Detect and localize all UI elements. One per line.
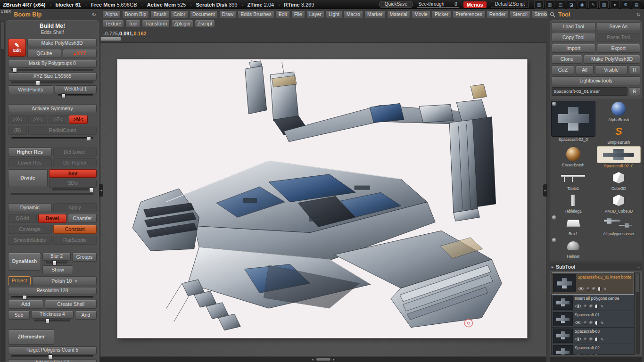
visibility-eye-icon[interactable] bbox=[575, 320, 582, 326]
menu-zplugin[interactable]: Zplugin bbox=[171, 20, 193, 28]
project-button[interactable]: Project bbox=[8, 276, 31, 285]
menus-toggle-button[interactable]: Menus bbox=[463, 1, 487, 8]
tool-item-spacecraft-02-0[interactable]: Spacecraft-02_0 bbox=[552, 101, 595, 145]
menu-transform[interactable]: Transform bbox=[142, 20, 170, 28]
menu-stencil[interactable]: Stencil bbox=[510, 10, 530, 18]
default-zscript-button[interactable]: DefaultZScript bbox=[491, 1, 529, 8]
radial-count-button[interactable]: RadialCount bbox=[28, 126, 97, 135]
radial-r-button[interactable]: (R) bbox=[8, 126, 27, 135]
menu-layer[interactable]: Layer bbox=[306, 10, 324, 18]
shaded-sphere-icon[interactable] bbox=[589, 304, 593, 308]
shaded-sphere-icon[interactable] bbox=[586, 287, 590, 291]
tool-item-tableleg1[interactable]: Tableleg1 bbox=[552, 192, 595, 214]
constant-button[interactable]: Constant bbox=[53, 225, 97, 234]
menu-draw[interactable]: Draw bbox=[219, 10, 237, 18]
subtool-row-insert-all-polygons-centre[interactable]: Insert all polygons centre✎ bbox=[552, 295, 634, 311]
sub-button[interactable]: Sub bbox=[8, 311, 30, 320]
mask-by-polygroups-slider[interactable]: Mask By Polygroups 0 bbox=[8, 60, 97, 71]
half-sphere-icon[interactable] bbox=[595, 337, 599, 341]
tool-item-helmet[interactable]: Helmet bbox=[552, 238, 595, 259]
xyz-size-slider[interactable]: XYZ Size 1.59565 bbox=[8, 73, 97, 83]
shaded-sphere-icon[interactable] bbox=[584, 354, 587, 355]
document[interactable] bbox=[117, 59, 527, 338]
gear-icon[interactable]: ⚙ bbox=[621, 0, 630, 8]
qcube-button[interactable]: QCube bbox=[27, 49, 61, 58]
menu-preferences[interactable]: Preferences bbox=[453, 10, 485, 18]
menu-marker[interactable]: Marker bbox=[364, 10, 386, 18]
menu-macro[interactable]: Macro bbox=[344, 10, 363, 18]
and-button[interactable]: And bbox=[75, 311, 97, 320]
refresh-icon[interactable]: ↻ bbox=[92, 12, 96, 18]
paste-tool-button[interactable]: Paste Tool bbox=[597, 33, 641, 42]
tool-item-all-polygons-inser[interactable]: All polygons inser bbox=[597, 215, 641, 236]
subtool-row-spacecraft-03[interactable]: Spacecraft-03✎ bbox=[552, 328, 634, 344]
tool-item-box1[interactable]: Box1 bbox=[552, 215, 595, 236]
see-through-slider[interactable]: See-through 0 bbox=[417, 1, 459, 8]
goz-all-button[interactable]: All bbox=[576, 66, 594, 74]
dynamic-button[interactable]: Dynamic bbox=[8, 203, 52, 212]
canvas-zoom-slider[interactable] bbox=[100, 37, 121, 41]
pen-tablet-icon[interactable]: ✎ bbox=[588, 0, 598, 8]
polypaint-brush-icon[interactable]: ✎ bbox=[601, 354, 604, 355]
left-tray-collapse-handle[interactable]: ◂ bbox=[99, 184, 103, 197]
menu-edds-brushes[interactable]: Edds Brushes bbox=[238, 10, 274, 18]
polypaint-brush-icon[interactable]: ✎ bbox=[601, 304, 604, 309]
goz-visible-button[interactable]: Visible bbox=[595, 66, 627, 74]
smt-button[interactable]: Smt bbox=[49, 169, 97, 178]
half-sphere-icon[interactable] bbox=[595, 354, 599, 355]
menu-alpha[interactable]: Alpha bbox=[102, 10, 121, 18]
tool-item-eraserbrush[interactable]: EraserBrush bbox=[552, 146, 595, 168]
menu-brush[interactable]: Brush bbox=[150, 10, 169, 18]
del-higher-button[interactable]: Del Higher bbox=[53, 158, 97, 167]
sdiv-slider[interactable]: SDiv bbox=[49, 180, 97, 190]
sdiv-track[interactable] bbox=[11, 193, 93, 195]
welddist-slider[interactable]: WeldDist 1 bbox=[55, 85, 97, 96]
blur-slider[interactable]: Blur 2 bbox=[42, 253, 71, 263]
polish-slider[interactable]: Polish 10 ○ bbox=[32, 276, 97, 285]
higher-res-button[interactable]: Higher Res bbox=[8, 148, 52, 156]
half-sphere-icon[interactable] bbox=[595, 321, 599, 325]
menu-render[interactable]: Render bbox=[487, 10, 508, 18]
sliders-b-icon[interactable]: ▥ bbox=[545, 0, 554, 8]
smooth-subdiv-button[interactable]: SmoothSubdiv bbox=[8, 236, 52, 245]
coverage-button[interactable]: Coverage bbox=[8, 225, 52, 234]
qxyz-button[interactable]: ◆XYZ bbox=[63, 49, 97, 58]
left-scrollbar[interactable] bbox=[0, 21, 5, 362]
menu-light[interactable]: Light bbox=[326, 10, 342, 18]
chamfer-button[interactable]: Chamfer bbox=[68, 214, 97, 223]
menu-movie[interactable]: Movie bbox=[412, 10, 430, 18]
apply-button[interactable]: Apply bbox=[53, 203, 97, 212]
scroll-left-arrow-icon[interactable]: ◂ bbox=[312, 358, 314, 362]
clone-button[interactable]: Clone bbox=[552, 55, 582, 64]
thickness-slider[interactable]: Thickness 4 bbox=[31, 311, 74, 321]
canvas-area[interactable] bbox=[100, 42, 546, 356]
visibility-eye-icon[interactable] bbox=[575, 337, 582, 342]
quicksave-button[interactable]: QuickSave bbox=[379, 1, 413, 8]
flat-subdiv-button[interactable]: FlatSubdiv bbox=[53, 236, 97, 245]
shaded-sphere-icon[interactable] bbox=[584, 337, 587, 341]
zremesher-button[interactable]: ZRemesher bbox=[8, 329, 54, 345]
subtool-header[interactable]: ▸ SubTool ≡ bbox=[550, 263, 642, 271]
shaded-sphere-icon[interactable] bbox=[589, 337, 593, 341]
copy-view-icon[interactable]: ◫ bbox=[556, 0, 565, 8]
tool-item-alphabrush[interactable]: AlphaBrush bbox=[597, 101, 641, 122]
import-button[interactable]: Import bbox=[552, 44, 595, 53]
lightbox-tools-button[interactable]: Lightbox▸Tools bbox=[552, 76, 640, 85]
tool-item-pm3d-cube3d[interactable]: PM3D_Cube3D bbox=[597, 192, 641, 214]
export-button[interactable]: Export bbox=[597, 44, 641, 53]
qgrid-button[interactable]: QGrid bbox=[8, 214, 37, 223]
subtool-row-spacecraft-02[interactable]: Spacecraft-02✎ bbox=[552, 344, 634, 355]
shaded-sphere-icon[interactable] bbox=[584, 321, 587, 325]
edit-button[interactable]: ✎ Edit bbox=[8, 39, 26, 57]
spacecraft-model[interactable] bbox=[117, 59, 527, 338]
visibility-eye-icon[interactable] bbox=[578, 286, 585, 292]
material-sphere-icon[interactable]: ● bbox=[610, 0, 619, 8]
shaded-sphere-icon[interactable] bbox=[584, 304, 587, 308]
symmetry-x-button[interactable]: >X< bbox=[8, 115, 27, 124]
subtool-scrollbar[interactable] bbox=[636, 272, 640, 354]
shaded-sphere-icon[interactable] bbox=[592, 287, 596, 291]
tool-item-table1[interactable]: Table1 bbox=[552, 170, 595, 191]
tool-item-simplebrush[interactable]: SSimpleBrush bbox=[597, 123, 641, 145]
goz-button[interactable]: GoZ bbox=[552, 66, 574, 74]
copy-tool-button[interactable]: Copy Tool bbox=[552, 33, 595, 42]
